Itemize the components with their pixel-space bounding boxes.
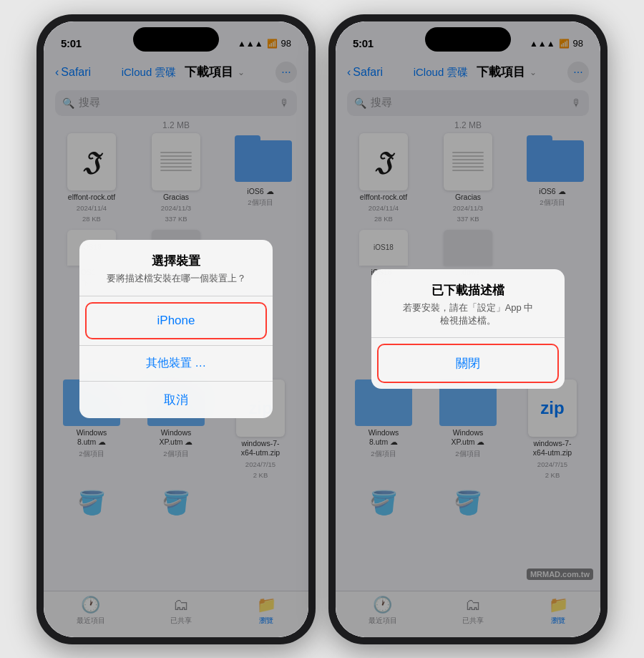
modal-close-button[interactable]: 關閉 [377,344,559,383]
modal-subtitle-1: 要將描述檔安裝在哪一個裝置上？ [79,272,273,295]
modal-cancel-button[interactable]: 取消 [79,382,273,418]
modal-divider-2a [371,337,565,338]
modal-title-2: 已下載描述檔 [371,269,565,301]
modal-iphone-button[interactable]: iPhone [85,302,267,339]
modal-box-1: 選擇裝置 要將描述檔安裝在哪一個裝置上？ iPhone 其他裝置 … 取消 [79,240,273,417]
phone-2: 5:01 ▲▲▲ 📶 98 ‹ Safari iCloud 雲碟 下載項目 [328,14,608,644]
modal-title-1: 選擇裝置 [79,240,273,272]
phone-2-screen: 5:01 ▲▲▲ 📶 98 ‹ Safari iCloud 雲碟 下載項目 [336,21,600,637]
modal-divider-1 [79,296,273,296]
modal-overlay-1: 選擇裝置 要將描述檔安裝在哪一個裝置上？ iPhone 其他裝置 … 取消 [44,21,308,637]
modal-subtitle-2: 若要安裝，請在「設定」App 中 檢視描述檔。 [371,301,565,337]
modal-other-device-button[interactable]: 其他裝置 … [79,346,273,381]
phone-1-screen: 5:01 ▲▲▲ 📶 98 ‹ Safari iCloud 雲碟 下載項目 [44,21,308,637]
phone-1: 5:01 ▲▲▲ 📶 98 ‹ Safari iCloud 雲碟 下載項目 [36,14,316,644]
modal-box-2: 已下載描述檔 若要安裝，請在「設定」App 中 檢視描述檔。 關閉 [371,269,565,389]
modal-overlay-2: 已下載描述檔 若要安裝，請在「設定」App 中 檢視描述檔。 關閉 [336,21,600,637]
